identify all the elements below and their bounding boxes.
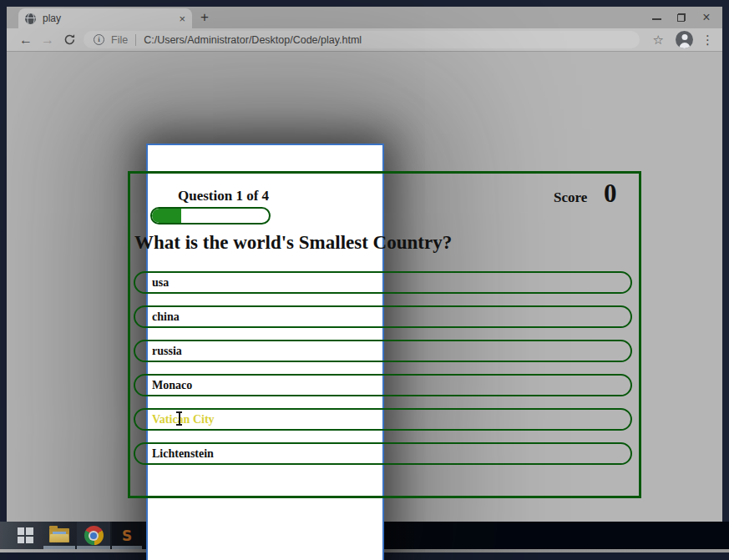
quiz-option[interactable]: Lichtenstein — [134, 442, 632, 465]
address-divider — [135, 34, 136, 46]
new-tab-button[interactable]: + — [200, 8, 209, 27]
tab-bar: play × + × — [7, 7, 722, 28]
chrome-icon — [84, 526, 104, 545]
score-value: 0 — [604, 179, 617, 209]
address-scheme: File — [111, 34, 128, 46]
restore-icon — [677, 13, 686, 22]
profile-avatar[interactable] — [676, 31, 693, 48]
minimize-icon — [652, 18, 661, 20]
chrome-button[interactable] — [77, 522, 110, 549]
windows-logo-icon — [18, 527, 33, 543]
sublime-text-icon — [122, 527, 132, 545]
bookmark-star-icon[interactable]: ☆ — [653, 33, 664, 46]
forward-button[interactable]: → — [37, 33, 58, 47]
globe-favicon-icon — [25, 13, 36, 24]
window-controls: × — [644, 11, 719, 24]
browser-toolbar: ← → File C:/Users/Administrator/Desktop/… — [7, 28, 722, 52]
reload-icon — [63, 33, 76, 46]
browser-tab[interactable]: play × — [18, 8, 192, 28]
question-text: What is the world's Smallest Country? — [134, 232, 452, 254]
minimize-button[interactable] — [644, 11, 669, 24]
start-button[interactable] — [10, 522, 40, 549]
quiz-option[interactable]: Vatican City — [134, 408, 632, 431]
tab-title: play — [43, 13, 61, 24]
quiz-option[interactable]: Monaco — [134, 374, 632, 396]
tab-close-icon[interactable]: × — [179, 13, 185, 24]
quiz-option[interactable]: china — [134, 305, 632, 328]
file-explorer-icon — [49, 528, 69, 542]
file-explorer-button[interactable] — [43, 522, 75, 549]
menu-dots-icon[interactable]: ⋮ — [701, 33, 714, 46]
address-bar[interactable]: File C:/Users/Administrator/Desktop/Code… — [84, 31, 640, 48]
address-url: C:/Users/Administrator/Desktop/Code/play… — [144, 34, 362, 46]
text-cursor-icon — [175, 411, 183, 426]
question-progress-label: Question 1 of 4 — [178, 188, 269, 204]
sublime-text-button[interactable] — [112, 522, 142, 549]
options-list: usa china russia Monaco Vatican City Lic… — [134, 271, 632, 477]
back-button[interactable]: ← — [15, 33, 37, 47]
progress-fill — [152, 209, 181, 223]
browser-window: play × + × ← → File C:/Users/Administrat… — [7, 7, 722, 522]
info-icon[interactable] — [94, 34, 104, 45]
quiz-option[interactable]: russia — [134, 340, 632, 362]
quiz-option[interactable]: usa — [134, 271, 632, 294]
progress-bar — [150, 207, 271, 225]
restore-button[interactable] — [669, 11, 694, 24]
quiz-card: Question 1 of 4 Score 0 What is the worl… — [128, 171, 641, 498]
page-viewport: Question 1 of 4 Score 0 What is the worl… — [7, 52, 722, 521]
close-icon: × — [702, 11, 710, 24]
reload-button[interactable] — [58, 33, 80, 46]
close-button[interactable]: × — [694, 11, 719, 24]
score-label: Score — [554, 189, 587, 206]
